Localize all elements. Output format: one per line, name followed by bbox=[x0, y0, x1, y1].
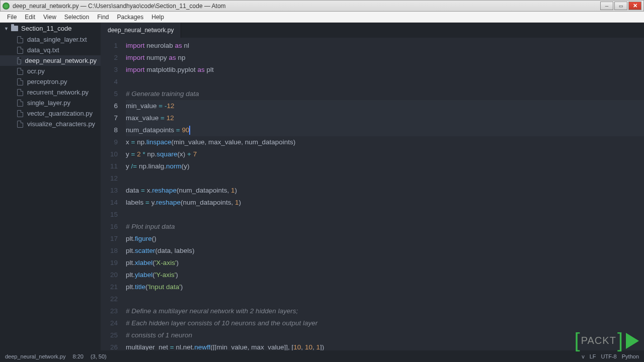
code-line[interactable]: data = x.reshape(num_datapoints, 1) bbox=[126, 185, 644, 197]
status-indicator[interactable]: UTF-8 bbox=[601, 353, 617, 359]
code-line[interactable]: plt.ylabel('Y-axis') bbox=[126, 269, 644, 281]
code-line[interactable]: # Generate training data bbox=[126, 88, 644, 100]
file-label: visualize_characters.py bbox=[27, 120, 95, 128]
window-titlebar: deep_neural_network.py — C:\Users\sandhy… bbox=[0, 0, 644, 12]
code-line[interactable]: multilayer_net = nl.net.newff([[min_valu… bbox=[126, 341, 644, 350]
chevron-down-icon: ▼ bbox=[4, 26, 9, 31]
maximize-button[interactable]: ▭ bbox=[614, 2, 627, 10]
code-line[interactable]: plt.title('Input data') bbox=[126, 281, 644, 293]
file-icon bbox=[17, 78, 23, 85]
code-line[interactable]: # Each hidden layer consists of 10 neuro… bbox=[126, 317, 644, 329]
line-number: 22 bbox=[101, 293, 118, 305]
folder-label: Section_11_code bbox=[21, 25, 71, 32]
menu-find[interactable]: Find bbox=[93, 13, 113, 22]
file-icon bbox=[17, 89, 23, 96]
tab-label: deep_neural_network.py bbox=[108, 27, 174, 34]
code-line[interactable]: x = np.linspace(min_value, max_value, nu… bbox=[126, 136, 644, 148]
code-line[interactable] bbox=[126, 293, 644, 305]
code-line[interactable]: y /= np.linalg.norm(y) bbox=[126, 160, 644, 172]
status-selection: (3, 50) bbox=[91, 353, 107, 359]
status-cursor-position[interactable]: 8:20 bbox=[72, 353, 83, 359]
line-number: 25 bbox=[101, 329, 118, 341]
file-icon bbox=[17, 57, 21, 64]
line-number: 23 bbox=[101, 305, 118, 317]
file-label: recurrent_network.py bbox=[27, 88, 89, 96]
code-content[interactable]: import neurolab as nlimport numpy as npi… bbox=[123, 38, 644, 350]
code-line[interactable]: num_datapoints = 90 bbox=[126, 124, 644, 136]
file-label: vector_quantization.py bbox=[27, 110, 93, 117]
code-editor[interactable]: 1234567891011121314151617181920212223242… bbox=[101, 38, 644, 350]
file-icon bbox=[17, 36, 23, 43]
code-line[interactable]: import numpy as np bbox=[126, 52, 644, 64]
line-number: 19 bbox=[101, 257, 118, 269]
code-line[interactable]: y = 2 * np.square(x) + 7 bbox=[126, 148, 644, 160]
file-item[interactable]: visualize_characters.py bbox=[0, 119, 101, 129]
menu-selection[interactable]: Selection bbox=[60, 13, 93, 22]
menu-edit[interactable]: Edit bbox=[21, 13, 39, 22]
file-icon bbox=[17, 110, 23, 117]
code-line[interactable]: # Define a multilayer neural network wit… bbox=[126, 305, 644, 317]
code-line[interactable]: import matplotlib.pyplot as plt bbox=[126, 64, 644, 76]
code-line[interactable]: # Plot input data bbox=[126, 221, 644, 233]
line-number: 7 bbox=[101, 112, 118, 124]
file-item[interactable]: data_vq.txt bbox=[0, 45, 101, 55]
file-icon bbox=[17, 121, 23, 128]
code-line[interactable]: plt.figure() bbox=[126, 233, 644, 245]
file-item[interactable]: perceptron.py bbox=[0, 76, 101, 87]
menu-file[interactable]: File bbox=[3, 13, 21, 22]
menu-help[interactable]: Help bbox=[147, 13, 168, 22]
line-number: 9 bbox=[101, 136, 118, 148]
file-icon bbox=[17, 68, 23, 75]
menu-view[interactable]: View bbox=[39, 13, 60, 22]
code-line[interactable]: labels = y.reshape(num_datapoints, 1) bbox=[126, 197, 644, 209]
line-number: 3 bbox=[101, 64, 118, 76]
packt-watermark: [PACKT] bbox=[575, 329, 639, 352]
line-number: 26 bbox=[101, 341, 118, 350]
file-icon bbox=[17, 100, 23, 107]
line-number: 1 bbox=[101, 40, 118, 52]
code-line[interactable]: # consists of 1 neuron bbox=[126, 329, 644, 341]
line-number: 15 bbox=[101, 209, 118, 221]
file-item[interactable]: single_layer.py bbox=[0, 98, 101, 108]
line-number: 2 bbox=[101, 52, 118, 64]
line-number: 10 bbox=[101, 148, 118, 160]
code-line[interactable]: plt.xlabel('X-axis') bbox=[126, 257, 644, 269]
close-button[interactable]: ✕ bbox=[628, 2, 641, 10]
line-number: 21 bbox=[101, 281, 118, 293]
menu-bar: FileEditViewSelectionFindPackagesHelp bbox=[0, 12, 644, 23]
line-number: 12 bbox=[101, 172, 118, 185]
file-item[interactable]: data_single_layer.txt bbox=[0, 34, 101, 45]
file-tree-sidebar: ▼ Section_11_code data_single_layer.txtd… bbox=[0, 23, 101, 350]
code-line[interactable]: min_value = -12 bbox=[126, 100, 644, 112]
status-indicator[interactable]: LF bbox=[590, 353, 596, 359]
code-line[interactable] bbox=[126, 172, 644, 185]
file-icon bbox=[17, 47, 23, 54]
code-line[interactable] bbox=[126, 209, 644, 221]
menu-packages[interactable]: Packages bbox=[113, 13, 148, 22]
status-indicator[interactable]: v bbox=[582, 353, 585, 359]
code-line[interactable]: import neurolab as nl bbox=[126, 40, 644, 52]
code-line[interactable]: plt.scatter(data, labels) bbox=[126, 245, 644, 257]
status-filename[interactable]: deep_neural_network.py bbox=[5, 353, 65, 359]
file-label: single_layer.py bbox=[27, 99, 70, 107]
code-line[interactable] bbox=[126, 76, 644, 88]
line-number: 16 bbox=[101, 221, 118, 233]
file-item[interactable]: ocr.py bbox=[0, 66, 101, 76]
line-number: 8 bbox=[101, 124, 118, 136]
line-number: 14 bbox=[101, 197, 118, 209]
file-item[interactable]: vector_quantization.py bbox=[0, 108, 101, 119]
code-line[interactable]: max_value = 12 bbox=[126, 112, 644, 124]
status-indicator[interactable]: Python bbox=[622, 353, 639, 359]
file-item[interactable]: recurrent_network.py bbox=[0, 87, 101, 98]
line-number: 6 bbox=[101, 100, 118, 112]
file-item[interactable]: deep_neural_network.py bbox=[0, 55, 101, 66]
editor-tab[interactable]: deep_neural_network.py bbox=[101, 23, 181, 38]
line-number: 18 bbox=[101, 245, 118, 257]
root-folder[interactable]: ▼ Section_11_code bbox=[0, 23, 101, 34]
minimize-button[interactable]: ─ bbox=[600, 2, 613, 10]
tab-bar: deep_neural_network.py bbox=[101, 23, 644, 38]
folder-icon bbox=[11, 26, 18, 31]
line-number: 20 bbox=[101, 269, 118, 281]
play-icon bbox=[626, 333, 639, 349]
line-number: 5 bbox=[101, 88, 118, 100]
